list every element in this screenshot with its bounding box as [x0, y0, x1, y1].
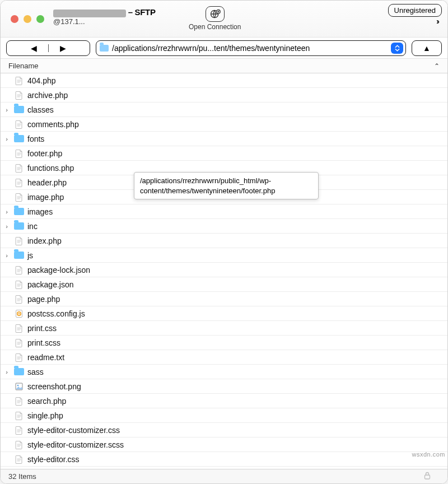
file-name: classes — [27, 105, 54, 114]
folder-icon — [14, 367, 24, 377]
go-up-button[interactable]: ▲ — [412, 40, 442, 56]
path-dropdown[interactable]: /applications/rrezhrwwrn/pu...tent/theme… — [96, 40, 406, 56]
file-row[interactable]: style-editor-customizer.css — [1, 423, 447, 438]
file-row[interactable]: style-editor-customizer.scss — [1, 438, 447, 452]
file-name: inc — [27, 222, 38, 231]
app-window: – SFTP @137.1... Open Connection ›› Unre… — [0, 0, 448, 484]
column-header[interactable]: Filename ⌃ — [1, 59, 447, 73]
file-row[interactable]: readme.txt — [1, 350, 447, 365]
zoom-window-button[interactable] — [36, 15, 44, 23]
path-dropdown-toggle[interactable] — [391, 43, 403, 54]
file-name: 404.php — [27, 76, 56, 85]
disclosure-arrow[interactable]: › — [3, 208, 11, 215]
file-row[interactable]: 404.php — [1, 73, 447, 88]
file-row[interactable]: ›inc — [1, 219, 447, 234]
file-row[interactable]: package.json — [1, 277, 447, 292]
file-name: package-lock.json — [27, 266, 90, 274]
file-row[interactable]: package-lock.json — [1, 263, 447, 277]
file-icon — [14, 454, 24, 464]
lock-icon — [424, 472, 431, 481]
file-row[interactable]: ›classes — [1, 103, 447, 117]
file-row[interactable]: comments.php — [1, 117, 447, 132]
folder-icon — [14, 221, 24, 231]
close-window-button[interactable] — [11, 15, 18, 23]
file-name: archive.php — [27, 91, 68, 100]
file-name: screenshot.png — [27, 382, 81, 391]
forward-button[interactable]: ▶ — [60, 44, 66, 53]
disclosure-arrow[interactable]: › — [3, 369, 11, 375]
file-icon — [14, 280, 24, 290]
file-icon — [14, 323, 24, 333]
window-title-block: – SFTP @137.1... — [53, 7, 165, 26]
file-icon — [14, 76, 24, 86]
disclosure-arrow[interactable]: › — [3, 252, 11, 259]
disclosure-arrow[interactable]: › — [3, 106, 11, 113]
open-connection-label: Open Connection — [189, 23, 241, 31]
svg-point-6 — [17, 384, 19, 386]
folder-icon — [14, 222, 24, 230]
file-row[interactable]: ›fonts — [1, 132, 447, 146]
file-name: style-editor-customizer.css — [27, 426, 120, 435]
file-name: postcss.config.js — [27, 309, 85, 318]
file-icon — [14, 425, 24, 435]
file-name: images — [27, 207, 53, 216]
file-name: style-editor.css — [27, 455, 80, 464]
file-name: single.php — [27, 411, 63, 420]
file-row[interactable]: archive.php — [1, 88, 447, 103]
globe-plus-icon — [206, 6, 225, 22]
file-row[interactable]: ›sass — [1, 365, 447, 379]
file-row[interactable]: screenshot.png — [1, 379, 447, 394]
file-icon — [14, 265, 24, 275]
unregistered-badge[interactable]: Unregistered — [388, 4, 442, 17]
file-name: search.php — [27, 397, 66, 406]
disclosure-arrow[interactable]: › — [3, 136, 11, 142]
back-button[interactable]: ◀ — [31, 44, 37, 53]
folder-icon — [14, 250, 24, 260]
file-row[interactable]: print.scss — [1, 336, 447, 350]
file-icon — [14, 411, 24, 421]
file-name: image.php — [27, 193, 64, 202]
file-list[interactable]: 404.phparchive.php›classescomments.php›f… — [1, 73, 447, 469]
disclosure-arrow[interactable]: › — [3, 223, 11, 230]
file-icon — [14, 148, 24, 159]
file-row[interactable]: ›images — [1, 204, 447, 219]
file-row[interactable]: search.php — [1, 394, 447, 408]
file-row[interactable]: page.php — [1, 292, 447, 306]
file-name: js — [27, 251, 33, 260]
file-icon — [14, 192, 24, 202]
file-name: print.scss — [27, 338, 60, 347]
folder-icon — [14, 135, 24, 142]
history-nav: ◀ ▶ — [6, 40, 90, 56]
folder-icon — [14, 105, 24, 115]
svg-rect-7 — [425, 475, 430, 479]
file-name: readme.txt — [27, 353, 64, 362]
file-row[interactable]: print.css — [1, 321, 447, 336]
file-row[interactable]: footer.php — [1, 146, 447, 161]
file-name: header.php — [27, 178, 67, 187]
file-name: comments.php — [27, 120, 79, 129]
file-row[interactable]: style-editor.css — [1, 452, 447, 467]
open-connection-button[interactable]: Open Connection — [189, 6, 241, 31]
path-tooltip: /applications/rrezhrwwrn/public_html/wp-… — [134, 172, 319, 199]
watermark: wsxdn.com — [412, 451, 445, 458]
file-name: footer.php — [27, 149, 62, 158]
file-icon — [14, 309, 24, 319]
window-controls — [11, 15, 44, 23]
item-count: 32 Items — [8, 472, 36, 481]
file-icon — [14, 440, 24, 450]
file-name: sass — [27, 367, 44, 376]
toolbar-overflow-button[interactable]: ›› — [436, 16, 437, 26]
file-icon — [14, 338, 24, 348]
file-icon — [14, 396, 24, 406]
file-icon — [14, 119, 24, 129]
file-row[interactable]: postcss.config.js — [1, 306, 447, 321]
redacted-hostname — [53, 10, 126, 17]
file-name: fonts — [27, 134, 44, 143]
file-row[interactable]: single.php — [1, 408, 447, 423]
nav-separator — [48, 44, 49, 52]
minimize-window-button[interactable] — [24, 15, 31, 23]
titlebar: – SFTP @137.1... Open Connection ›› Unre… — [1, 1, 447, 38]
file-row[interactable]: index.php — [1, 234, 447, 248]
file-row[interactable]: ›js — [1, 248, 447, 263]
file-name: print.css — [27, 324, 57, 333]
